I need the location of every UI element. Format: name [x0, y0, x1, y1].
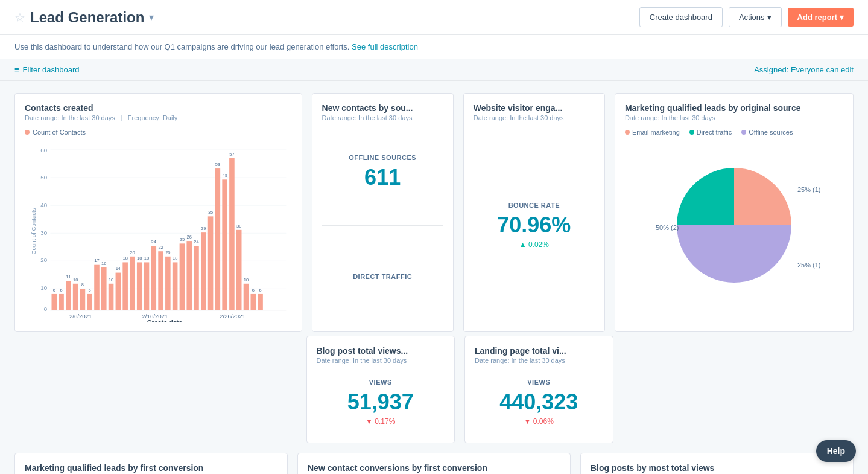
svg-text:0: 0: [44, 306, 47, 312]
svg-text:60: 60: [40, 147, 47, 153]
bounce-rate-stat: BOUNCE RATE 70.96% ▲ 0.02%: [474, 129, 595, 322]
svg-rect-24: [87, 294, 92, 310]
svg-text:20: 20: [130, 250, 135, 255]
svg-text:17: 17: [94, 258, 99, 263]
add-report-chevron-icon: ▾: [840, 13, 844, 22]
direct-traffic-stat: DIRECT TRAFFIC: [322, 235, 443, 322]
row-1b: Blog post total views... Date range: In …: [14, 336, 854, 443]
svg-text:18: 18: [122, 255, 127, 261]
contacts-legend: Count of Contacts: [25, 129, 292, 136]
svg-text:18: 18: [137, 255, 142, 261]
svg-text:18: 18: [173, 255, 177, 261]
svg-rect-64: [229, 158, 235, 310]
contacts-created-title: Contacts created: [25, 103, 292, 113]
svg-text:30: 30: [40, 229, 47, 236]
svg-text:25% (1): 25% (1): [797, 186, 821, 193]
new-contacts-meta: Date range: In the last 30 days: [322, 114, 443, 121]
svg-text:53: 53: [215, 162, 220, 167]
blog-views-change: ▼ 0.17%: [366, 417, 395, 426]
svg-text:57: 57: [229, 152, 234, 157]
mql-conversion-title: Marketing qualified leads by first conve…: [25, 463, 277, 473]
svg-text:18: 18: [144, 255, 149, 261]
landing-views-stat: VIEWS 440,323 ▼ 0.06%: [475, 371, 603, 433]
svg-rect-46: [165, 257, 171, 310]
svg-text:2/26/2021: 2/26/2021: [220, 313, 246, 319]
svg-rect-48: [173, 262, 178, 310]
svg-text:2/16/2021: 2/16/2021: [142, 313, 168, 319]
description-bar: Use this dashboard to understand how our…: [0, 35, 868, 59]
email-marketing-dot: [625, 130, 630, 135]
svg-text:Count of Contacts: Count of Contacts: [30, 208, 37, 254]
mql-source-meta: Date range: In the last 30 days: [625, 114, 843, 121]
svg-rect-56: [201, 232, 206, 310]
mql-source-title: Marketing qualified leads by original so…: [625, 103, 843, 113]
svg-text:8: 8: [81, 282, 84, 287]
svg-text:20: 20: [40, 257, 47, 263]
svg-text:40: 40: [40, 202, 47, 208]
svg-rect-22: [80, 289, 86, 310]
legend-offline-sources: Offline sources: [741, 129, 793, 136]
blog-post-views-card: Blog post total views... Date range: In …: [306, 336, 455, 443]
star-icon[interactable]: ☆: [14, 10, 25, 25]
svg-rect-72: [258, 294, 263, 310]
blog-views-stat: VIEWS 51,937 ▼ 0.17%: [317, 371, 445, 433]
landing-page-views-card: Landing page total vi... Date range: In …: [464, 336, 613, 443]
svg-rect-34: [122, 262, 128, 310]
row-2: Marketing qualified leads by first conve…: [14, 453, 854, 474]
actions-button[interactable]: Actions ▾: [729, 7, 782, 27]
svg-text:6: 6: [53, 287, 55, 293]
mql-source-card: Marketing qualified leads by original so…: [615, 93, 854, 332]
svg-text:6: 6: [259, 287, 261, 293]
see-full-description-link[interactable]: See full description: [352, 42, 418, 51]
filter-dashboard-button[interactable]: ≡ Filter dashboard: [14, 65, 80, 74]
svg-text:29: 29: [201, 226, 206, 231]
chevron-down-icon[interactable]: ▾: [149, 11, 154, 23]
svg-rect-26: [94, 265, 100, 310]
new-contacts-card: New contacts by sou... Date range: In th…: [312, 93, 454, 332]
bar-chart-svg: 60 50 40 30 20 10 0: [25, 141, 292, 322]
svg-text:11: 11: [66, 274, 71, 280]
svg-text:2/6/2021: 2/6/2021: [69, 313, 92, 319]
svg-text:16: 16: [101, 261, 106, 266]
website-visitor-title: Website visitor enga...: [474, 103, 595, 113]
blog-posts-title: Blog posts by most total views: [591, 463, 843, 473]
svg-rect-32: [116, 273, 121, 310]
help-button[interactable]: Help: [816, 440, 856, 462]
description-text: Use this dashboard to understand how our…: [14, 42, 349, 51]
up-arrow-icon: ▲: [519, 240, 527, 249]
svg-text:25: 25: [180, 237, 185, 242]
svg-rect-50: [180, 243, 185, 310]
landing-page-meta: Date range: In the last 30 days: [475, 357, 603, 364]
svg-text:6: 6: [60, 287, 62, 293]
top-actions: Create dashboard Actions ▾ Add report ▾: [639, 7, 854, 27]
svg-rect-68: [244, 284, 249, 310]
blog-posts-card: Blog posts by most total views Date rang…: [580, 453, 854, 474]
svg-rect-60: [215, 168, 221, 310]
svg-text:14: 14: [116, 266, 121, 271]
legend-direct-traffic: Direct traffic: [689, 129, 732, 136]
contact-conversions-card: New contact conversions by first convers…: [297, 453, 571, 474]
create-dashboard-button[interactable]: Create dashboard: [639, 7, 723, 27]
svg-rect-16: [59, 294, 64, 310]
pie-chart-svg: 25% (1) 50% (2) 25% (1): [638, 147, 831, 304]
website-visitor-card: Website visitor enga... Date range: In t…: [463, 93, 605, 332]
svg-rect-62: [222, 179, 227, 310]
svg-text:26: 26: [187, 234, 192, 240]
row-1: Contacts created Date range: In the last…: [14, 93, 854, 332]
svg-text:6: 6: [89, 287, 91, 293]
assigned-value[interactable]: Everyone can edit: [791, 65, 854, 74]
svg-rect-66: [236, 230, 242, 310]
direct-traffic-dot: [689, 130, 694, 135]
title-area: ☆ Lead Generation ▾: [14, 9, 154, 26]
svg-text:49: 49: [222, 173, 227, 178]
svg-text:10: 10: [244, 277, 249, 283]
svg-text:6: 6: [252, 287, 255, 293]
filter-icon: ≡: [14, 65, 19, 74]
svg-text:25% (1): 25% (1): [797, 261, 821, 269]
website-visitor-meta: Date range: In the last 30 days: [474, 114, 595, 121]
new-contacts-title: New contacts by sou...: [322, 103, 443, 113]
add-report-button[interactable]: Add report ▾: [788, 8, 854, 27]
svg-text:10: 10: [73, 277, 78, 283]
down-arrow-icon: ▼: [366, 417, 373, 426]
svg-rect-18: [66, 281, 71, 310]
